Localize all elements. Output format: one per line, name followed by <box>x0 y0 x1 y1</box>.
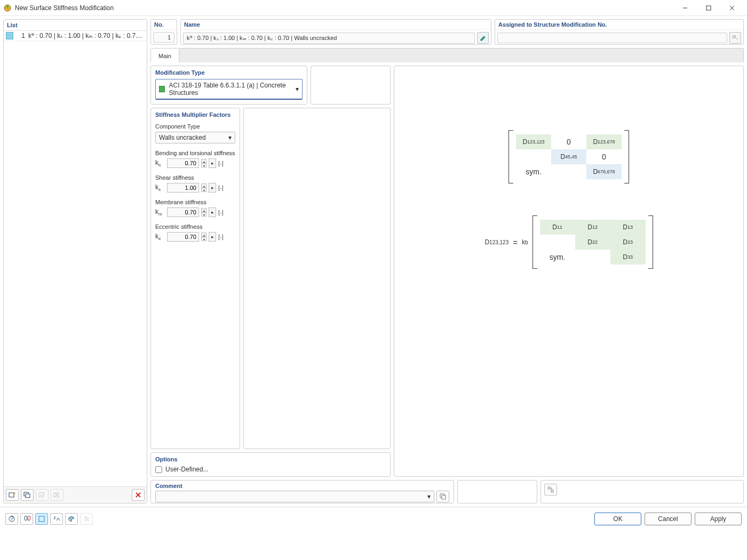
ks-spinner[interactable]: ▴▾ <box>201 183 206 192</box>
kb-menu-button[interactable]: ▸ <box>209 158 216 168</box>
ke-unit: [-] <box>218 234 224 240</box>
svg-rect-8 <box>26 494 30 498</box>
tab-main[interactable]: Main <box>151 49 179 62</box>
ok-button[interactable]: OK <box>594 513 641 525</box>
assigned-field[interactable] <box>497 33 727 43</box>
component-type-label: Component Type <box>155 123 235 130</box>
view-model-button[interactable] <box>50 513 63 525</box>
stiffness-factors-box: Stiffness Multiplier Factors Component T… <box>150 108 240 449</box>
ks-input[interactable] <box>167 183 199 193</box>
ks-symbol: ks <box>155 183 165 192</box>
global-matrix: D123,123 0 D123,678 D45,45 0 sym. <box>508 130 629 183</box>
svg-text:00: 00 <box>27 515 30 522</box>
sub-matrix: D11 D12 D13 D22 D23 sym. D33 <box>533 215 653 269</box>
options-header: Options <box>155 456 386 462</box>
svg-rect-19 <box>548 487 550 489</box>
comment-edit-button[interactable] <box>436 491 449 502</box>
kb-spinner[interactable]: ▴▾ <box>201 159 206 167</box>
user-defined-label: User-Defined... <box>165 466 209 473</box>
shear-label: Shear stiffness <box>155 174 235 181</box>
list-header: List <box>4 20 147 31</box>
name-box: Name kᴮ : 0.70 | kₛ : 1.00 | kₘ : 0.70 |… <box>180 19 491 45</box>
svg-rect-3 <box>706 6 711 10</box>
exclude-button[interactable] <box>51 489 63 501</box>
maximize-button[interactable] <box>697 1 720 15</box>
chevron-down-icon: ▾ <box>296 85 299 93</box>
title-bar: New Surface Stiffness Modification <box>0 0 747 16</box>
modification-type-value: ACI 318-19 Table 6.6.3.1.1 (a) | Concret… <box>169 82 296 97</box>
equation-lhs: D123,123 <box>484 238 508 246</box>
svg-text:?: ? <box>10 515 14 522</box>
number-header: No. <box>151 20 177 30</box>
comment-header: Comment <box>155 483 449 489</box>
preview-settings-button[interactable] <box>544 484 557 495</box>
ke-menu-button[interactable]: ▸ <box>209 232 216 242</box>
number-field[interactable]: 1 <box>153 32 174 43</box>
factors-spacer <box>243 108 391 449</box>
eccentric-label: Eccentric stiffness <box>155 223 235 230</box>
component-type-value: Walls uncracked <box>159 134 206 141</box>
component-type-dropdown[interactable]: Walls uncracked ▾ <box>155 132 235 143</box>
comment-box: Comment ▾ <box>150 480 454 503</box>
stiffness-factors-header: Stiffness Multiplier Factors <box>155 111 235 118</box>
svg-rect-9 <box>39 493 44 497</box>
list-panel: List 1 kᴮ : 0.70 | kₛ : 1.00 | kₘ : 0.70… <box>3 19 147 503</box>
km-menu-button[interactable]: ▸ <box>209 207 216 217</box>
membrane-label: Membrane stiffness <box>155 199 235 205</box>
svg-rect-18 <box>442 495 446 499</box>
modification-type-dropdown[interactable]: ACI 318-19 Table 6.6.3.1.1 (a) | Concret… <box>155 79 303 100</box>
view-render-button[interactable] <box>65 513 78 525</box>
ks-unit: [-] <box>218 185 224 191</box>
new-item-button[interactable] <box>6 489 19 501</box>
units-button[interactable]: 0.00 <box>20 513 33 525</box>
apply-button[interactable]: Apply <box>695 513 742 525</box>
km-input[interactable] <box>167 207 199 217</box>
bending-label: Bending and torsional stiffness <box>155 150 235 156</box>
minimize-button[interactable] <box>673 1 697 15</box>
kb-input[interactable] <box>167 158 199 168</box>
function-button[interactable]: fx <box>80 513 93 525</box>
close-button[interactable] <box>720 1 744 15</box>
svg-rect-6 <box>9 493 14 497</box>
user-defined-input[interactable] <box>155 466 162 473</box>
comment-spacer <box>457 480 537 503</box>
help-button[interactable]: ? <box>5 513 18 525</box>
name-header: Name <box>181 20 491 30</box>
number-box: No. 1 <box>150 19 177 45</box>
pick-assigned-button[interactable] <box>729 32 741 44</box>
edit-name-button[interactable] <box>477 32 489 44</box>
tab-bar: Main <box>150 48 744 62</box>
comment-dropdown[interactable]: ▾ <box>155 491 434 502</box>
duplicate-item-button[interactable] <box>21 489 34 501</box>
modification-type-header: Modification Type <box>155 69 303 76</box>
ks-menu-button[interactable]: ▸ <box>209 183 216 193</box>
ke-spinner[interactable]: ▴▾ <box>201 233 206 241</box>
svg-text:fx: fx <box>84 515 90 523</box>
ke-symbol: ke <box>155 233 165 241</box>
delete-item-button[interactable] <box>132 489 145 501</box>
equation-factor: kb <box>522 238 528 246</box>
modification-type-swatch <box>159 86 165 92</box>
view-surface-button[interactable] <box>35 513 48 525</box>
list-item-swatch <box>6 32 13 39</box>
list-body <box>4 41 147 486</box>
kb-symbol: kb <box>155 159 165 167</box>
assigned-box: Assigned to Structure Modification No. <box>495 19 744 45</box>
name-field[interactable]: kᴮ : 0.70 | kₛ : 1.00 | kₘ : 0.70 | kₑ :… <box>183 33 475 44</box>
chevron-down-icon: ▾ <box>427 493 431 500</box>
ke-input[interactable] <box>167 232 199 242</box>
cancel-button[interactable]: Cancel <box>645 513 692 525</box>
km-spinner[interactable]: ▴▾ <box>201 208 206 217</box>
list-toolbar <box>4 486 147 503</box>
svg-rect-16 <box>733 36 735 38</box>
include-button[interactable] <box>36 489 49 501</box>
assigned-header: Assigned to Structure Modification No. <box>495 20 743 30</box>
user-defined-checkbox[interactable]: User-Defined... <box>155 466 386 473</box>
list-item[interactable]: 1 kᴮ : 0.70 | kₛ : 1.00 | kₘ : 0.70 | kₑ… <box>4 31 147 41</box>
preview-panel: D123,123 0 D123,678 D45,45 0 sym. <box>394 66 744 477</box>
modtype-spacer <box>311 66 391 105</box>
km-symbol: km <box>155 208 165 217</box>
svg-rect-20 <box>551 490 553 492</box>
chevron-down-icon: ▾ <box>228 134 232 141</box>
km-unit: [-] <box>218 209 224 215</box>
